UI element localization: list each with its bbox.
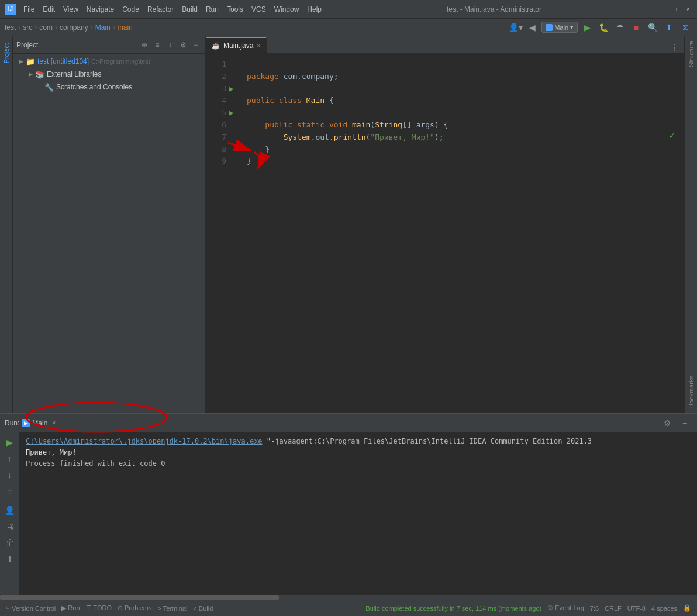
structure-tab[interactable]: Structure [686,36,696,72]
hide-icon[interactable]: − [190,39,202,51]
update-button[interactable]: ⬆ [662,20,676,34]
line-num-8: 8 [208,144,226,156]
line-num-5: 5 [208,107,226,119]
menu-run[interactable]: Run [202,4,222,15]
stop-button[interactable]: ■ [629,20,643,34]
collapse-all-icon[interactable]: ≡ [151,39,163,51]
run-toolbar-right: ⚙ − [660,416,692,431]
sort-icon[interactable]: ↕ [164,39,176,51]
menu-window[interactable]: Window [271,4,303,15]
lock-icon[interactable]: 🔒 [683,604,691,612]
editor-menu-icon[interactable]: ⋮ [670,42,679,53]
breadcrumb-com[interactable]: com [39,23,53,32]
user-icon[interactable]: 👤 [2,503,18,518]
terminal-btn[interactable]: > Terminal [157,605,187,612]
pin-icon[interactable]: ⬆ [2,552,18,567]
project-panel: Project ⊕ ≡ ↕ ⚙ − ▶ 📁 test [untitled104] [13,36,206,413]
app-icon: IJ [5,4,16,15]
status-bar: ⑂ Version Control ▶ Run ☰ TODO ⊕ Problem… [0,600,697,616]
line-num-1: 1 [208,58,226,71]
search-button[interactable]: 🔍 [646,20,660,34]
breadcrumb-src[interactable]: src [23,23,32,32]
scrollbar-thumb[interactable] [0,595,279,600]
wrap-icon[interactable]: ≡ [2,484,18,499]
todo-btn[interactable]: ☰ TODO [86,604,112,612]
breadcrumb-company[interactable]: company [60,23,88,32]
project-tab[interactable]: Project [2,39,11,68]
project-toolbar: Project ⊕ ≡ ↕ ⚙ − [13,36,205,54]
bottom-scrollbar[interactable] [0,595,697,600]
cursor-position[interactable]: 7:6 [590,605,599,612]
console-java-exe: C:\Users\Administrator\.jdks\openjdk-17.… [26,437,263,445]
run-tab-main[interactable]: ▶ Main × [22,419,56,427]
scroll-up-icon[interactable]: ↑ [2,451,18,466]
breadcrumb-main[interactable]: Main [95,23,111,32]
coverage-button[interactable]: ☂ [613,20,627,34]
run-left-icons: ▶ ↑ ↓ ≡ 👤 🖨 🗑 ⬆ [0,432,20,595]
editor-area: Project Project ⊕ ≡ ↕ ⚙ − [0,36,697,413]
delete-icon[interactable]: 🗑 [2,535,18,551]
menu-view[interactable]: View [60,4,82,15]
print-icon[interactable]: 🖨 [2,519,18,534]
run-tab-icon: ▶ [22,419,30,427]
menu-edit[interactable]: Edit [39,4,58,15]
menu-tools[interactable]: Tools [223,4,247,15]
console-line-cmd: C:\Users\Administrator\.jdks\openjdk-17.… [26,436,691,447]
toolbox-button[interactable]: ⧖ [678,20,692,34]
rerun-button[interactable]: ▶ [2,435,18,450]
nav-bar: test › src › com › company › Main › main… [0,19,697,36]
build-status: Build completed successfully in 7 sec, 1… [365,605,541,612]
version-control-btn[interactable]: ⑂ Version Control [6,605,56,612]
profile-button[interactable]: 👤▾ [509,20,523,34]
menu-code[interactable]: Code [119,4,143,15]
event-log-btn[interactable]: ① Event Log [547,604,584,612]
nav-right: 👤▾ ◀ Main ▾ ▶ 🐛 ☂ ■ 🔍 ⬆ ⧖ [509,20,692,34]
menu-file[interactable]: File [20,4,38,15]
menu-build[interactable]: Build [178,4,201,15]
run-hide-icon[interactable]: − [677,416,692,431]
bookmarks-tab[interactable]: Bookmarks [686,371,696,413]
run-status-btn[interactable]: ▶ Run [61,604,80,612]
problems-btn[interactable]: ⊕ Problems [118,604,152,612]
maximize-button[interactable]: □ [674,5,682,13]
console-hello-world: Привет, Мир! [26,448,77,456]
indent-size[interactable]: 4 spaces [651,605,677,612]
line-ending[interactable]: CRLF [605,605,622,612]
run-button[interactable]: ▶ [580,20,594,34]
scroll-down-icon[interactable]: ↓ [2,468,18,483]
tab-close-icon[interactable]: × [257,43,260,49]
close-button[interactable]: × [684,5,692,13]
tree-item-test-path: C:\Programming\test [91,58,150,65]
menu-refactor[interactable]: Refactor [144,4,177,15]
run-config-selector[interactable]: Main ▾ [541,22,578,33]
tree-arrow-test: ▶ [18,58,25,65]
tab-main-java[interactable]: ☕ Main.java × [206,37,267,53]
line-num-3: 3 [208,83,226,95]
build-btn[interactable]: < Build [193,605,213,612]
menu-navigate[interactable]: Navigate [83,4,118,15]
debug-button[interactable]: 🐛 [596,20,610,34]
run-content-area: ▶ ↑ ↓ ≡ 👤 🖨 🗑 ⬆ C:\Users\Administrator\.… [0,432,697,595]
right-panel-labels: Structure Bookmarks [684,36,697,413]
new-scratch-icon[interactable]: ⊕ [139,39,150,51]
tree-arrow-scratches [36,84,43,91]
tree-item-test[interactable]: ▶ 📁 test [untitled104] C:\Programming\te… [13,55,205,68]
back-button[interactable]: ◀ [525,20,539,34]
tree-item-scratches[interactable]: 🔧 Scratches and Consoles [13,81,205,94]
breadcrumb-main-method[interactable]: main [118,23,133,32]
menu-vcs[interactable]: VCS [248,4,270,15]
console-output: C:\Users\Administrator\.jdks\openjdk-17.… [20,432,697,595]
menu-help[interactable]: Help [303,4,325,15]
encoding[interactable]: UTF-8 [627,605,646,612]
run-settings-icon[interactable]: ⚙ [660,416,675,431]
breadcrumb-test[interactable]: test [5,23,16,32]
minimize-button[interactable]: − [663,5,671,13]
run-tab-close[interactable]: × [52,420,56,426]
editor-checkmark: ✓ [668,130,676,141]
settings-icon[interactable]: ⚙ [177,39,189,51]
tree-item-ext-libs[interactable]: ▶ 📚 External Libraries [13,68,205,81]
tree-arrow-ext-libs: ▶ [27,71,34,78]
code-content[interactable]: package com.company; public class Main {… [240,54,684,413]
tab-main-java-label: Main.java [223,41,253,50]
tree-item-test-label: test [untitled104] [37,57,89,65]
